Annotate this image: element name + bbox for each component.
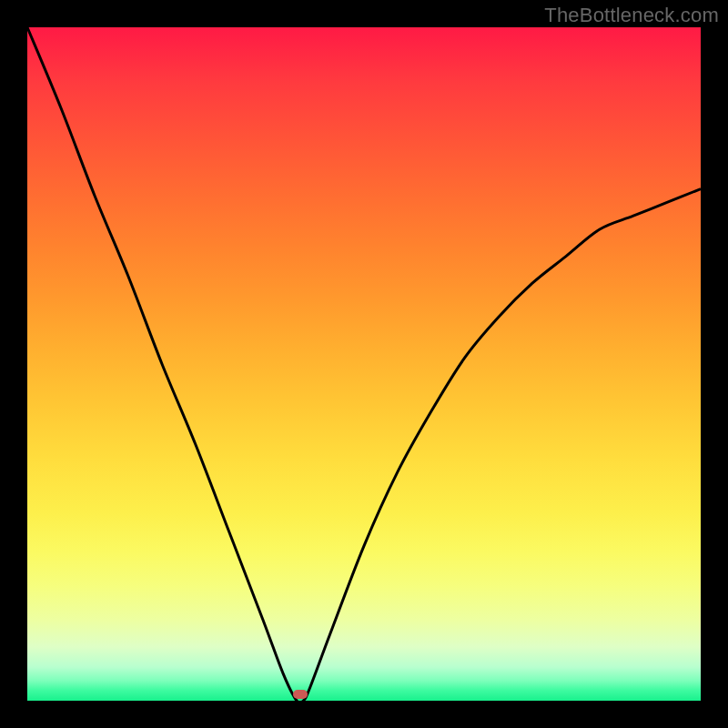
chart-frame: TheBottleneck.com: [0, 0, 728, 728]
optimal-point-marker: [293, 690, 308, 699]
curve-path: [27, 27, 701, 703]
bottleneck-curve: [27, 27, 701, 701]
watermark-text: TheBottleneck.com: [544, 4, 719, 27]
